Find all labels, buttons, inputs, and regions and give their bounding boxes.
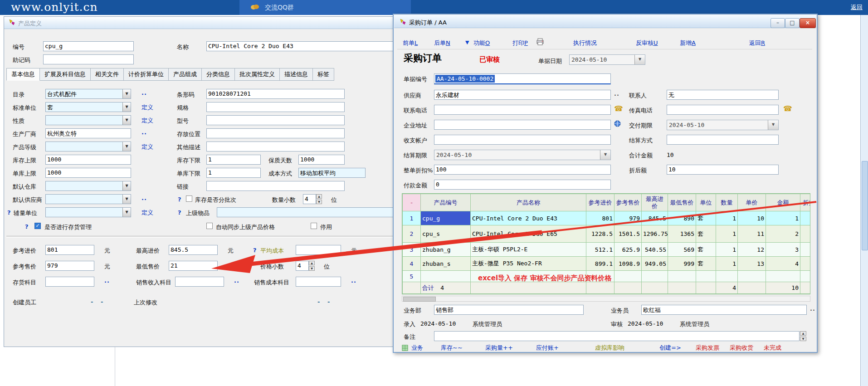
cell-min-sell[interactable]: 569 <box>668 243 696 257</box>
cell-product-name[interactable]: CPU-Intel Core 2 Duo E65 <box>471 225 586 243</box>
aux-unit-combo[interactable]: ▼ <box>45 207 131 217</box>
cell-qty[interactable]: 1 <box>716 257 738 271</box>
calendar-dropdown-icon[interactable]: ▼ <box>768 120 778 130</box>
cell-unit[interactable]: 套 <box>696 225 716 243</box>
cell-product-name[interactable]: 主板-华硕 P5PL2-E <box>471 243 586 257</box>
toolbar-print[interactable]: 打印P <box>512 39 528 47</box>
tab-composition[interactable]: 产品组成 <box>169 68 202 81</box>
grid-hscrollbar[interactable] <box>402 296 810 302</box>
spin-down-icon[interactable]: ▼ <box>800 337 806 341</box>
qty-decimals-value[interactable]: 4 <box>303 194 316 204</box>
cell-min-sell[interactable]: 1365 <box>668 225 696 243</box>
stock-upper-input[interactable]: 1000 <box>45 155 131 165</box>
cell-qty[interactable] <box>716 271 738 282</box>
default-warehouse-combo[interactable]: ▼ <box>45 181 131 191</box>
income-subject-browse-link[interactable]: .. <box>234 277 239 284</box>
cell-price[interactable]: 11 <box>738 225 766 243</box>
cell-amount[interactable]: 1 <box>766 211 800 225</box>
stock-subject-browse-link[interactable]: .. <box>104 277 110 284</box>
single-lower-input[interactable]: 1 <box>206 168 261 178</box>
app-vscrollbar-thumb[interactable] <box>862 161 868 250</box>
income-subject-input[interactable] <box>175 277 224 287</box>
cell-discount[interactable] <box>800 271 811 282</box>
dialog-titlebar[interactable] <box>394 15 816 28</box>
supplier-input[interactable]: 永乐建材 <box>434 90 611 100</box>
grid-row-1[interactable]: 1 cpu_g CPU-Intel Core 2 Duo E43 801 979… <box>403 211 811 225</box>
sync-price-checkbox[interactable] <box>206 223 213 229</box>
cell-qty[interactable]: 1 <box>716 225 738 243</box>
mnemonic-input[interactable] <box>43 54 134 64</box>
cell-ref-sell[interactable]: 625.9 <box>614 243 642 257</box>
grade-combo[interactable]: ▼ <box>45 142 131 151</box>
spin-up-icon[interactable]: ▲ <box>316 194 322 199</box>
cell-amount[interactable] <box>766 271 800 282</box>
supplier-browse-link[interactable]: .. <box>614 90 619 97</box>
spin-up-icon[interactable]: ▲ <box>800 331 806 336</box>
price-decimals-value[interactable]: 4 <box>296 261 309 271</box>
barcode-input[interactable]: 901028071201 <box>206 89 345 99</box>
help-batch-icon[interactable]: ? <box>178 196 181 203</box>
doc-date-picker[interactable]: 2024-05-10 ▼ <box>569 54 645 65</box>
cell-price[interactable]: 10 <box>738 211 766 225</box>
cell-min-sell[interactable] <box>668 271 696 282</box>
cell-product-code[interactable] <box>421 271 471 282</box>
cell-seq[interactable]: 5 <box>403 271 421 282</box>
cell-max-buy[interactable]: 949.05 <box>642 257 668 271</box>
grid-row-2[interactable]: 2 cpu_s CPU-Intel Core 2 Duo E65 1228.5 … <box>403 225 811 243</box>
account-input[interactable] <box>434 135 611 145</box>
phone-input[interactable] <box>434 105 611 115</box>
chevron-down-icon[interactable]: ▼ <box>122 116 131 125</box>
minimize-button[interactable]: – <box>770 18 785 28</box>
toolbar-return[interactable]: 返回R <box>749 39 765 47</box>
ref-buy-input[interactable]: 801 <box>45 245 94 255</box>
max-buy-input[interactable]: 845.5 <box>169 245 218 255</box>
cell-amount[interactable]: 3 <box>766 243 800 257</box>
bottom-purchase-receipt-link[interactable]: 采购收货 <box>730 344 753 352</box>
location-input[interactable] <box>206 128 345 138</box>
stock-subject-input[interactable] <box>45 277 94 287</box>
chevron-down-icon[interactable]: ▼ <box>122 103 131 112</box>
spin-down-icon[interactable]: ▼ <box>316 200 322 204</box>
toolbar-function[interactable]: 功能O <box>473 39 490 47</box>
bottom-payable-link[interactable]: 应付账+ <box>536 344 559 352</box>
cell-seq[interactable]: 3 <box>403 243 421 257</box>
tab-pricing-unit[interactable]: 计价折算单位 <box>124 68 169 81</box>
tab-batch-attr[interactable]: 批次属性定义 <box>235 68 280 81</box>
cell-seq[interactable]: 4 <box>403 257 421 271</box>
address-input[interactable] <box>434 120 611 130</box>
cell-ref-sell[interactable]: 1501.5 <box>614 225 642 243</box>
chevron-down-icon[interactable]: ▼ <box>122 208 131 217</box>
cost-subject-browse-link[interactable]: .. <box>351 277 356 284</box>
stock-lower-input[interactable]: 1 <box>206 155 261 165</box>
calendar-dropdown-icon[interactable]: ▼ <box>634 55 645 64</box>
cell-ref-sell[interactable] <box>614 271 642 282</box>
remark-scroll-buttons[interactable]: ▲ ▼ <box>800 331 806 341</box>
bottom-purchase-qty-link[interactable]: 采购量++ <box>485 344 513 352</box>
remark-input[interactable] <box>434 331 800 341</box>
cell-ref-buy[interactable]: 1228.5 <box>586 225 614 243</box>
maker-browse-link[interactable]: .. <box>141 129 147 136</box>
parent-item-input[interactable] <box>217 207 394 217</box>
tab-description[interactable]: 描述信息 <box>280 68 313 81</box>
chevron-down-icon[interactable]: ▼ <box>122 195 131 204</box>
cell-discount[interactable]: 10 <box>800 211 811 225</box>
tab-classification[interactable]: 分类信息 <box>202 68 235 81</box>
code-input[interactable]: cpu_g <box>43 41 134 51</box>
settle-term-picker[interactable]: 2024-05-10 ▼ <box>434 150 611 160</box>
cell-price[interactable]: 12 <box>738 243 766 257</box>
cell-max-buy[interactable] <box>642 271 668 282</box>
cell-ref-sell[interactable]: 979 <box>614 211 642 225</box>
globe-icon[interactable] <box>614 120 621 128</box>
shelf-days-input[interactable]: 1000 <box>298 155 345 165</box>
chevron-down-icon[interactable]: ▼ <box>122 89 131 98</box>
cell-unit[interactable]: 套 <box>696 243 716 257</box>
spec-input[interactable] <box>206 102 345 112</box>
tab-extend-subject[interactable]: 扩展及科目信息 <box>40 68 91 81</box>
grade-define-link[interactable]: 定义 <box>141 143 153 151</box>
disable-checkbox[interactable] <box>311 223 317 229</box>
maker-input[interactable]: 杭州奥立特 <box>45 128 131 138</box>
model-input[interactable] <box>206 115 345 125</box>
close-button[interactable]: × <box>800 18 816 28</box>
cell-max-buy[interactable]: 540.55 <box>642 243 668 257</box>
deliver-term-picker[interactable]: 2024-05-10 ▼ <box>667 120 779 130</box>
